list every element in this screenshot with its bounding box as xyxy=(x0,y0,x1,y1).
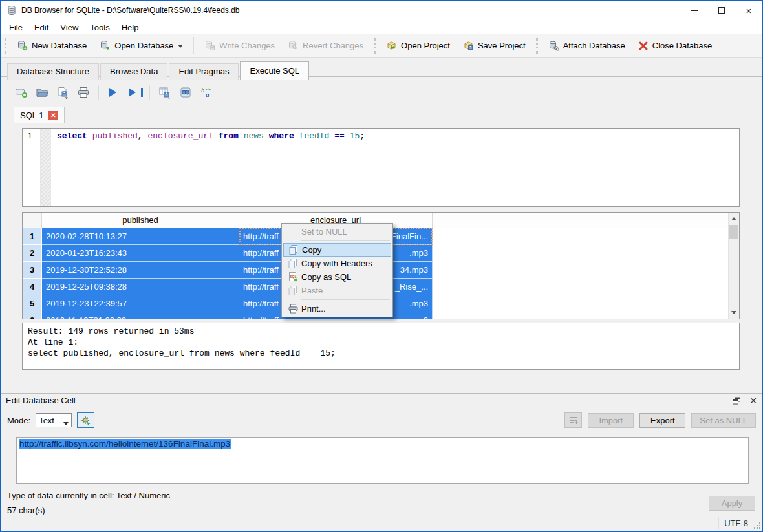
save-sql-file-button[interactable] xyxy=(54,84,72,101)
table-corner[interactable] xyxy=(23,213,42,228)
scrollbar-thumb[interactable] xyxy=(729,225,738,239)
row-number[interactable]: 4 xyxy=(23,279,42,295)
cell-editor-toolbar: Mode: Text Import Export Set as NULL xyxy=(7,412,756,428)
execute-current-line-button[interactable] xyxy=(125,84,144,101)
sql-code-line[interactable]: select published, enclosure_url from new… xyxy=(51,129,365,206)
published-cell[interactable]: 2019-12-30T22:52:28 xyxy=(42,262,239,279)
open-sql-file-button[interactable] xyxy=(33,84,51,101)
toolbar-grip[interactable] xyxy=(536,38,538,54)
open-tab-icon xyxy=(15,87,28,98)
url-end: FinalFin... xyxy=(391,231,428,241)
execute-all-button[interactable] xyxy=(105,84,123,101)
menu-item-label: Set to NULL xyxy=(301,227,347,237)
open-project-button[interactable]: Open Project xyxy=(380,37,457,54)
print-sql-button[interactable] xyxy=(74,84,92,101)
import-button[interactable]: Import xyxy=(588,413,634,428)
close-sql-tab-icon[interactable]: ✕ xyxy=(48,111,58,120)
menu-item-paste[interactable]: Paste xyxy=(282,284,392,297)
sql-token xyxy=(213,131,219,141)
tab-edit-pragmas[interactable]: Edit Pragmas xyxy=(169,63,239,80)
column-header-published[interactable]: published xyxy=(42,213,239,228)
toolbar-button-label: Open Project xyxy=(401,41,450,50)
open-tab-button[interactable] xyxy=(12,84,30,101)
published-cell[interactable]: 2020-02-28T10:13:27 xyxy=(42,228,239,245)
auto-switch-mode-button[interactable] xyxy=(77,412,94,428)
maximize-button[interactable] xyxy=(708,1,735,20)
sql-document-tab[interactable]: SQL 1 ✕ xyxy=(14,107,65,123)
toolbar-button-label: Write Changes xyxy=(219,41,275,50)
scroll-up-icon[interactable] xyxy=(729,213,739,224)
resize-grip-icon[interactable] xyxy=(754,522,761,529)
save-project-button[interactable]: Save Project xyxy=(457,37,532,54)
row-number[interactable]: 6 xyxy=(23,312,42,319)
menu-item-set-to-null[interactable]: Set to NULL xyxy=(282,225,392,239)
sql-token: news xyxy=(244,131,264,141)
new-database-button[interactable]: New Database xyxy=(10,37,93,54)
toolbar-grip[interactable] xyxy=(374,38,376,54)
fold-margin xyxy=(40,129,51,206)
menu-item-print[interactable]: Print... xyxy=(282,302,392,315)
open-database-dropdown-icon[interactable] xyxy=(178,45,183,50)
published-cell[interactable]: 2019-12-25T09:38:28 xyxy=(42,279,239,295)
published-cell[interactable]: 2020-01-23T16:23:43 xyxy=(42,245,239,262)
open-database-button[interactable]: Open Database xyxy=(93,37,189,54)
menu-tools[interactable]: Tools xyxy=(84,21,115,34)
sql-token: , xyxy=(138,131,148,141)
sql-editor[interactable]: 1 select published, enclosure_url from n… xyxy=(22,128,740,207)
published-cell[interactable]: 2019-11-19T21:33:22 xyxy=(42,312,239,319)
apply-button[interactable]: Apply xyxy=(709,496,755,511)
row-number[interactable]: 2 xyxy=(23,245,42,262)
replace-button[interactable]: ba xyxy=(197,84,215,101)
published-cell[interactable]: 2019-12-23T22:39:57 xyxy=(42,295,239,312)
toolbar-button-label: Close Database xyxy=(652,41,713,50)
export-button[interactable]: Export xyxy=(639,413,685,428)
paste-icon xyxy=(285,285,301,296)
float-panel-icon[interactable] xyxy=(733,397,740,405)
menu-help[interactable]: Help xyxy=(116,21,145,34)
new-database-icon xyxy=(17,40,28,51)
cell-type-info: Type of data currently in cell: Text / N… xyxy=(7,491,170,500)
sql-token xyxy=(87,131,92,141)
word-wrap-button[interactable] xyxy=(564,412,582,428)
toolbar-grip[interactable] xyxy=(5,38,6,54)
mode-select[interactable]: Text xyxy=(36,413,72,427)
menu-item-copy-as-sql[interactable]: SQL Copy as SQL xyxy=(282,270,392,284)
menu-edit[interactable]: Edit xyxy=(28,21,54,34)
cell-value-editor[interactable]: http://traffic.libsyn.com/hellointernet/… xyxy=(16,437,749,484)
row-filler xyxy=(433,279,739,295)
close-panel-icon[interactable]: ✕ xyxy=(749,396,757,405)
row-number[interactable]: 5 xyxy=(23,295,42,312)
menu-item-copy[interactable]: Copy xyxy=(283,243,391,257)
menu-file[interactable]: File xyxy=(3,21,28,34)
close-database-button[interactable]: Close Database xyxy=(632,37,719,54)
sql-token: ; xyxy=(360,131,365,141)
sql-token: feedId xyxy=(299,131,330,141)
table-scrollbar[interactable] xyxy=(728,213,739,319)
revert-changes-button[interactable]: Revert Changes xyxy=(281,37,370,54)
save-project-icon xyxy=(463,40,474,51)
scroll-down-icon[interactable] xyxy=(729,308,739,318)
menu-item-label: Paste xyxy=(301,286,323,295)
row-number[interactable]: 3 xyxy=(23,262,42,279)
write-changes-button[interactable]: Write Changes xyxy=(198,37,281,54)
save-results-button[interactable] xyxy=(156,84,174,101)
menu-item-copy-with-headers[interactable]: Copy with Headers xyxy=(282,257,392,270)
tab-execute-sql[interactable]: Execute SQL xyxy=(240,61,309,80)
minimize-button[interactable] xyxy=(681,1,708,20)
sql-token: enclosure_url xyxy=(147,131,213,141)
row-filler xyxy=(433,295,739,312)
row-number[interactable]: 1 xyxy=(23,228,42,245)
sql-token: select xyxy=(57,131,87,141)
menu-view[interactable]: View xyxy=(54,21,84,34)
sql-tab-label: SQL 1 xyxy=(20,111,43,120)
main-tab-bar: Database Structure Browse Data Edit Prag… xyxy=(7,61,310,80)
app-database-icon xyxy=(6,5,17,16)
set-as-null-button[interactable]: Set as NULL xyxy=(691,413,756,428)
copy-icon xyxy=(285,258,301,269)
attach-database-button[interactable]: Attach Database xyxy=(542,37,632,54)
tab-browse-data[interactable]: Browse Data xyxy=(100,63,167,80)
find-button[interactable] xyxy=(177,84,195,101)
encoding-indicator[interactable]: UTF-8 xyxy=(718,517,753,529)
tab-database-structure[interactable]: Database Structure xyxy=(7,63,99,80)
close-button[interactable]: × xyxy=(735,1,762,20)
